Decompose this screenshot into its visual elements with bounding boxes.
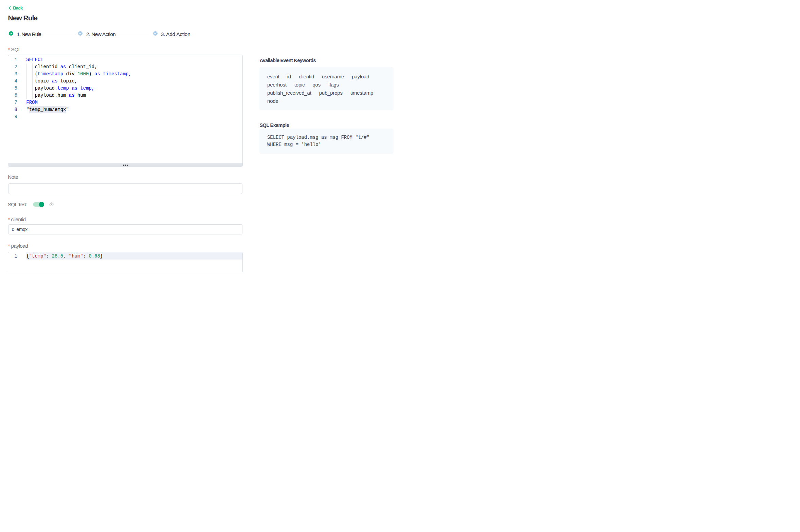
svg-text:?: ? xyxy=(51,203,53,206)
